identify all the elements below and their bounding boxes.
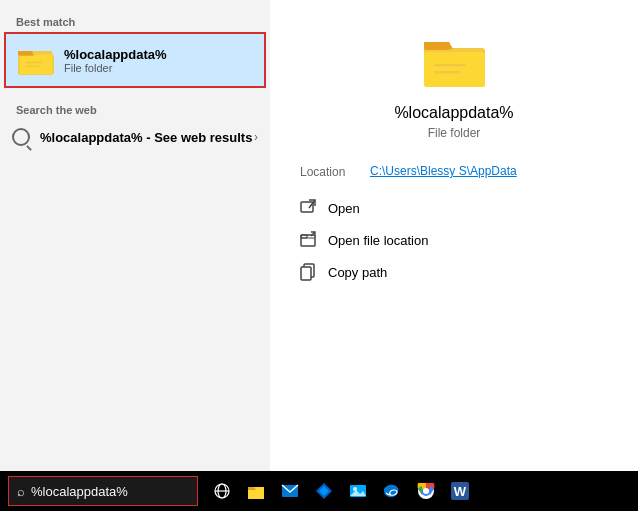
svg-rect-3 — [20, 55, 52, 75]
svg-rect-17 — [301, 267, 311, 280]
action-open[interactable]: Open — [300, 199, 608, 217]
web-suffix: - See web results — [143, 130, 253, 145]
open-label: Open — [328, 201, 360, 216]
best-match-text: %localappdata% File folder — [64, 47, 167, 74]
chrome-icon — [417, 482, 435, 500]
task-view-icon — [214, 483, 230, 499]
blue-app-icon — [315, 482, 333, 500]
right-subtitle: File folder — [428, 126, 481, 140]
web-search-item[interactable]: %localappdata% - See web results › — [0, 120, 270, 154]
location-label: Location — [300, 164, 370, 179]
svg-rect-13 — [301, 235, 315, 246]
folder-icon — [18, 42, 54, 78]
search-web-icon — [12, 128, 30, 146]
actions-list: Open Open file location Copy — [290, 199, 618, 281]
action-copy-path[interactable]: Copy path — [300, 263, 608, 281]
taskbar-word[interactable]: W — [444, 471, 476, 511]
svg-rect-23 — [248, 490, 264, 499]
taskbar-photos[interactable] — [342, 471, 374, 511]
start-menu: Best match %localappdata% File folder — [0, 0, 638, 471]
edge-icon — [383, 482, 401, 500]
mail-icon — [281, 483, 299, 499]
copy-path-label: Copy path — [328, 265, 387, 280]
svg-rect-7 — [424, 52, 485, 87]
svg-rect-5 — [25, 62, 43, 63]
svg-point-32 — [423, 488, 429, 494]
right-panel: %localappdata% File folder Location C:\U… — [270, 0, 638, 471]
taskbar-task-view[interactable] — [206, 471, 238, 511]
search-web-label: Search the web — [0, 96, 270, 120]
right-title: %localappdata% — [394, 104, 513, 122]
open-icon — [300, 199, 318, 217]
web-search-text: %localappdata% - See web results — [40, 130, 254, 145]
svg-line-12 — [309, 200, 315, 208]
best-match-title: %localappdata% — [64, 47, 167, 62]
taskbar-search-box[interactable]: ⌕ %localappdata% — [8, 476, 198, 506]
svg-rect-10 — [434, 71, 460, 74]
best-match-item[interactable]: %localappdata% File folder — [4, 32, 266, 88]
best-match-subtitle: File folder — [64, 62, 167, 74]
location-row: Location C:\Users\Blessy S\AppData — [290, 164, 618, 179]
web-search-section: Search the web %localappdata% - See web … — [0, 96, 270, 154]
word-icon: W — [451, 482, 469, 500]
svg-rect-14 — [301, 235, 307, 238]
location-path[interactable]: C:\Users\Blessy S\AppData — [370, 164, 517, 178]
chevron-right-icon: › — [254, 130, 258, 144]
web-query: %localappdata% — [40, 130, 143, 145]
file-explorer-icon — [247, 482, 265, 500]
taskbar-edge[interactable] — [376, 471, 408, 511]
taskbar-search-icon: ⌕ — [17, 484, 25, 499]
svg-rect-11 — [301, 202, 313, 212]
taskbar-blue-app[interactable] — [308, 471, 340, 511]
taskbar-file-explorer[interactable] — [240, 471, 272, 511]
open-file-location-label: Open file location — [328, 233, 428, 248]
action-open-file-location[interactable]: Open file location — [300, 231, 608, 249]
photos-icon — [349, 482, 367, 500]
taskbar-search-text: %localappdata% — [31, 484, 128, 499]
best-match-label: Best match — [0, 8, 270, 32]
open-file-location-icon — [300, 231, 318, 249]
taskbar-chrome[interactable] — [410, 471, 442, 511]
taskbar-icons: W — [206, 471, 476, 511]
right-folder-icon — [422, 30, 486, 94]
taskbar-mail[interactable] — [274, 471, 306, 511]
svg-rect-9 — [434, 64, 466, 67]
svg-rect-6 — [25, 65, 39, 66]
copy-path-icon — [300, 263, 318, 281]
taskbar: ⌕ %localappdata% — [0, 471, 638, 511]
left-panel: Best match %localappdata% File folder — [0, 0, 270, 471]
